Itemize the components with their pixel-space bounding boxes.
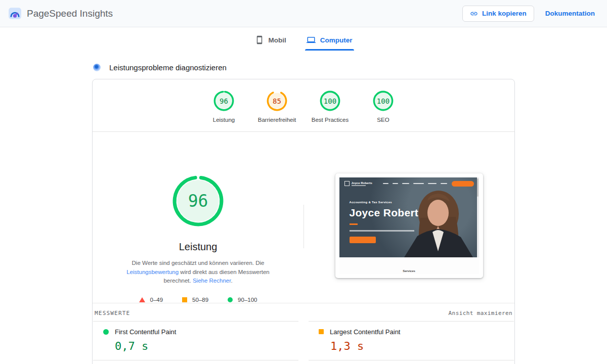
report-card: 96 Leistung 85 Barrierefreiheit 100 Best… [92, 79, 515, 364]
score-value: 96 [213, 90, 234, 111]
score-best-practices[interactable]: 100 Best Practices [304, 90, 357, 123]
vertical-divider [304, 205, 304, 248]
app-header: PageSpeed Insights Link kopieren Dokumen… [0, 0, 607, 27]
page-screenshot: Joyce Roberts [335, 173, 483, 278]
legend-poor: 0–49 [139, 297, 163, 303]
square-icon [182, 297, 187, 302]
diagnose-section-heading: Leistungsprobleme diagnostizieren [92, 63, 515, 72]
laptop-icon [307, 35, 316, 44]
score-accessibility[interactable]: 85 Barrierefreiheit [250, 90, 304, 123]
tab-mobile[interactable]: Mobil [253, 31, 288, 51]
calculator-link[interactable]: Siehe Rechner [193, 278, 231, 284]
note-text: . [231, 278, 232, 284]
beacon-icon [93, 64, 101, 71]
score-gauge: 85 [267, 90, 287, 111]
metric-label: Largest Contentful Paint [330, 328, 400, 336]
metric-tbt: Total Blocking Time [93, 360, 298, 364]
performance-report: 96 Leistung Die Werte sind geschätzt und… [93, 132, 514, 303]
expand-view-link[interactable]: Ansicht maximieren [449, 310, 512, 316]
score-value: 85 [267, 90, 287, 111]
circle-icon [228, 297, 233, 302]
metric-value: 0,7 s [115, 340, 298, 353]
metric-lcp: Largest Contentful Paint 1,3 s [309, 321, 514, 360]
legend-average: 50–89 [182, 297, 208, 303]
score-gauge: 96 [213, 90, 234, 111]
app-title: PageSpeed Insights [27, 8, 113, 19]
screenshot-panel: Joyce Roberts [304, 132, 514, 303]
screenshot-brand-logo [344, 181, 350, 186]
screenshot-nav-cta-button [452, 181, 474, 187]
screenshot-brand-subtitle [352, 185, 366, 186]
screenshot-brand-name: Joyce Roberts [352, 181, 372, 185]
copy-link-button[interactable]: Link kopieren [462, 6, 534, 22]
score-gauge: 100 [320, 90, 340, 111]
screenshot-nav-links [383, 183, 447, 185]
scoring-link[interactable]: Leistungsbewertung [126, 269, 179, 275]
metrics-grid: First Contentful Paint 0,7 s Largest Con… [93, 321, 514, 364]
metric-value: 1,3 s [330, 340, 514, 353]
score-value: 100 [320, 90, 340, 111]
pagespeed-logo-icon [8, 7, 22, 20]
screenshot-hero-cta-button [350, 237, 376, 243]
section-title: Leistungsprobleme diagnostizieren [109, 63, 227, 72]
legend-range: 50–89 [192, 297, 208, 303]
screenshot-brand: Joyce Roberts [344, 181, 372, 186]
metric-status-icon [319, 329, 324, 334]
screenshot-hero: Joyce Roberts [339, 177, 479, 257]
metrics-section: MESSWERTE Ansicht maximieren First Conte… [93, 303, 514, 364]
performance-gauge: 96 [171, 174, 225, 228]
performance-gauge-label: Leistung [179, 241, 218, 253]
score-label: SEO [377, 117, 389, 123]
device-tabs: Mobil Computer [0, 31, 607, 51]
smartphone-icon [255, 35, 264, 44]
metric-fcp: First Contentful Paint 0,7 s [93, 321, 298, 360]
screenshot-scrollbar [477, 177, 479, 257]
legend-range: 0–49 [150, 297, 163, 303]
score-label: Leistung [213, 117, 235, 123]
score-value: 100 [373, 90, 394, 111]
documentation-link[interactable]: Dokumentation [545, 10, 595, 17]
screenshot-footer-strip: Services [339, 257, 479, 274]
note-text: Die Werte sind geschätzt und können vari… [132, 260, 265, 266]
performance-gauge-value: 96 [171, 174, 225, 228]
copy-link-label: Link kopieren [482, 10, 527, 17]
metric-cls: Cumulative Layout Shift [309, 360, 514, 364]
screenshot-content: Joyce Roberts [339, 177, 479, 274]
score-performance[interactable]: 96 Leistung [197, 90, 250, 123]
tab-desktop-label: Computer [320, 36, 353, 44]
score-seo[interactable]: 100 SEO [357, 90, 410, 123]
metric-status-icon [103, 329, 109, 335]
score-legend: 0–49 50–89 90–100 [139, 297, 257, 303]
performance-note: Die Werte sind geschätzt und können vari… [124, 259, 272, 286]
metric-label: First Contentful Paint [115, 328, 176, 336]
tab-mobile-label: Mobil [269, 36, 286, 44]
score-summary: 96 Leistung 85 Barrierefreiheit 100 Best… [93, 79, 514, 131]
legend-range: 90–100 [238, 297, 257, 303]
screenshot-scrollbar-thumb [477, 178, 479, 197]
screenshot-person-photo [397, 188, 477, 257]
metrics-title: MESSWERTE [95, 310, 130, 316]
triangle-icon [139, 297, 145, 302]
screenshot-accent-dash [350, 223, 358, 225]
performance-gauge-panel: 96 Leistung Die Werte sind geschätzt und… [93, 132, 304, 303]
metrics-header: MESSWERTE Ansicht maximieren [93, 303, 514, 321]
legend-good: 90–100 [228, 297, 257, 303]
score-label: Barrierefreiheit [258, 117, 296, 123]
score-label: Best Practices [312, 117, 349, 123]
screenshot-services-heading: Services [339, 269, 479, 272]
score-gauge: 100 [373, 90, 394, 111]
tab-desktop[interactable]: Computer [305, 31, 354, 51]
link-icon [470, 10, 478, 18]
